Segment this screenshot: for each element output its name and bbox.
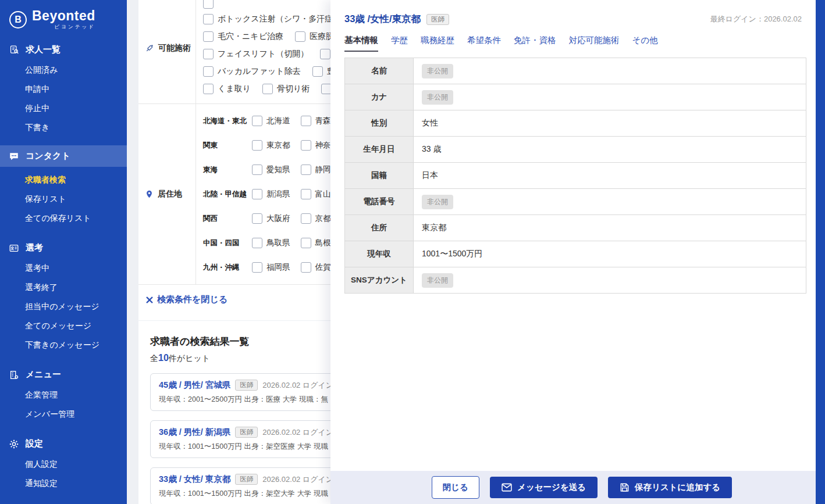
basic-info-table: 名前 非公開 カナ 非公開 性別 女性 生年月日 33 歳 国籍 日本 電話番号… [344,58,806,294]
tab-available-treatments[interactable]: 対応可能施術 [569,35,620,52]
sidebar-section-settings[interactable]: 設定 [0,433,127,455]
prefecture-checkbox[interactable] [301,165,311,175]
detail-title: 33歳 /女性/東京都 [344,13,421,26]
tab-basic-info[interactable]: 基本情報 [344,35,378,52]
treatment-checkbox[interactable] [320,49,330,59]
treatment-checkbox[interactable] [203,49,214,59]
tab-preferences[interactable]: 希望条件 [467,35,501,52]
prefecture-label: 大阪府 [266,213,290,224]
treatment-label: 骨切り術 [277,84,310,94]
sidebar-item-published[interactable]: 公開済み [0,60,127,80]
prefecture-checkbox[interactable] [252,165,262,175]
tab-education[interactable]: 学歴 [391,35,408,52]
sidebar-item-all-messages[interactable]: 全てのメッセージ [0,316,127,335]
sidebar-item-saved-list[interactable]: 保存リスト [0,190,127,209]
sidebar-nav: 求人一覧 公開済み 申請中 停止中 下書き コンタクト 求職者検索 保存リスト … [0,39,127,493]
doctor-badge: 医師 [235,474,258,485]
sidebar-item-my-messages[interactable]: 担当中のメッセージ [0,297,127,316]
prefecture-checkbox[interactable] [301,116,311,126]
prefecture-label: 鳥取県 [266,238,290,248]
mail-icon [502,483,512,492]
prefecture-label: 東京都 [266,140,290,151]
sidebar-section-selection[interactable]: 選考 [0,237,127,259]
sidebar-item-company-admin[interactable]: 企業管理 [0,385,127,405]
info-value: 東京都 [414,215,806,241]
sidebar-item-notification-settings[interactable]: 通知設定 [0,474,127,493]
tab-other[interactable]: その他 [632,35,658,52]
info-row: 現年収 1001〜1500万円 [345,241,806,267]
sidebar-section-menu[interactable]: メニュー [0,364,127,385]
treatment-checkbox[interactable] [262,84,273,94]
prefecture-checkbox[interactable] [301,213,311,224]
close-search-conditions-link[interactable]: 検索条件を閉じる [145,294,227,305]
prefecture-checkbox[interactable] [252,140,262,151]
prefecture-checkbox[interactable] [301,262,311,273]
treatment-checkbox[interactable] [203,84,214,94]
sidebar-item-candidate-search[interactable]: 求職者検索 [0,170,127,190]
prefecture-checkbox[interactable] [252,213,262,224]
info-label: 現年収 [345,241,414,267]
info-value: 日本 [414,163,806,189]
sidebar-section-job-list[interactable]: 求人一覧 [0,39,127,60]
result-title: 45歳 / 男性/ 宮城県 [159,380,230,391]
treatment-checkbox[interactable] [203,0,214,9]
syringe-icon [145,44,154,53]
tab-licenses[interactable]: 免許・資格 [514,35,556,52]
treatment-checkbox[interactable] [203,31,214,42]
sidebar-item-personal-settings[interactable]: 個人設定 [0,455,127,474]
sidebar-item-applying[interactable]: 申請中 [0,80,127,99]
sidebar-section-contact[interactable]: コンタクト [0,145,127,167]
send-message-button[interactable]: メッセージを送る [490,477,598,498]
prefecture-checkbox[interactable] [252,116,262,126]
treatment-checkbox[interactable] [295,31,305,42]
candidate-detail-panel: 33歳 /女性/東京都 医師 最終ログイン：2026.02.02 基本情報 学歴… [330,0,816,504]
treatment-checkbox[interactable] [203,14,214,24]
info-row: カナ 非公開 [345,84,806,110]
gear-icon [9,439,19,449]
logo[interactable]: B Beyonted ビヨンテッド [0,0,127,33]
private-badge: 非公開 [422,273,453,288]
info-label: 名前 [345,58,414,84]
private-badge: 非公開 [422,195,453,209]
sidebar-item-in-selection[interactable]: 選考中 [0,259,127,278]
sidebar: B Beyonted ビヨンテッド 求人一覧 公開済み 申請中 停止中 下書き … [0,0,127,504]
prefecture-checkbox[interactable] [301,238,311,248]
prefecture-label: 愛知県 [266,165,290,175]
info-label: カナ [345,84,414,110]
result-title: 33歳 / 女性/ 東京都 [159,474,230,485]
region-name: 関西 [203,214,252,224]
private-badge: 非公開 [422,90,453,105]
close-icon [145,296,154,304]
prefecture-checkbox[interactable] [252,262,262,273]
doctor-badge: 医師 [235,427,258,438]
treatment-checkbox[interactable] [312,66,323,77]
tab-work-history[interactable]: 職務経歴 [421,35,454,52]
prefecture-checkbox[interactable] [301,189,311,199]
treatment-label: フェイスリフト（切開） [218,49,308,59]
prefecture-checkbox[interactable] [252,189,262,199]
add-to-saved-list-button[interactable]: 保存リストに追加する [608,477,732,498]
sidebar-item-member-admin[interactable]: メンバー管理 [0,405,127,424]
region-name: 東海 [203,165,252,175]
prefecture-checkbox[interactable] [252,238,262,248]
chat-icon [9,151,19,162]
results-count-number: 10 [158,353,169,363]
scrollbar-track[interactable] [816,0,825,504]
prefecture-checkbox[interactable] [301,140,311,151]
treatments-filter-label: 可能施術 [158,43,191,53]
treatment-label: 毛穴・ニキビ治療 [218,31,283,42]
doctor-badge: 医師 [426,14,449,25]
treatment-checkbox[interactable] [203,66,214,77]
sidebar-item-draft[interactable]: 下書き [0,118,127,137]
sidebar-item-selection-finished[interactable]: 選考終了 [0,278,127,297]
info-label: 性別 [345,110,414,137]
close-button[interactable]: 閉じる [432,476,479,499]
sidebar-item-stopped[interactable]: 停止中 [0,99,127,118]
detail-tabs: 基本情報 学歴 職務経歴 希望条件 免許・資格 対応可能施術 その他 [330,26,816,52]
info-value: 女性 [414,110,806,137]
treatment-label: バッカルファット除去 [218,66,301,77]
sidebar-section-label: コンタクト [26,151,70,162]
result-login: 2026.02.02 ログイン [262,474,333,485]
sidebar-item-draft-messages[interactable]: 下書きのメッセージ [0,335,127,355]
sidebar-item-all-saved-lists[interactable]: 全ての保存リスト [0,209,127,228]
